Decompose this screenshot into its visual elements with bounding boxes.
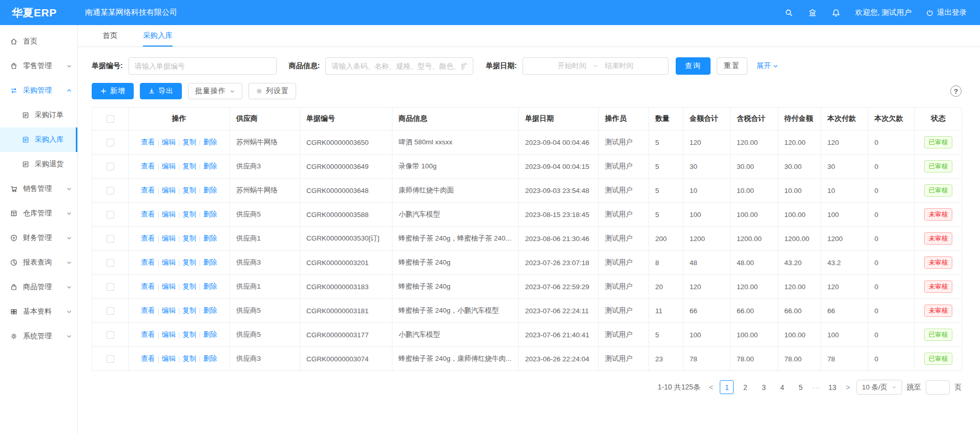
cell-amount-total: 1200	[683, 227, 731, 251]
sidebar-item-system[interactable]: 系统管理	[0, 324, 77, 349]
row-action-copy[interactable]: 复制	[182, 258, 196, 266]
page-button-5[interactable]: 5	[794, 380, 807, 394]
sidebar-item-sales[interactable]: 销售管理	[0, 177, 77, 201]
prev-page-button[interactable]: <	[707, 383, 715, 392]
sidebar-item-basic[interactable]: 基本资料	[0, 299, 77, 324]
bill-date-label: 单据日期:	[486, 61, 517, 71]
row-checkbox[interactable]	[107, 307, 114, 315]
export-button[interactable]: 导出	[140, 83, 182, 99]
bill-no-input[interactable]	[129, 57, 277, 75]
row-action-delete[interactable]: 删除	[203, 331, 217, 338]
row-checkbox[interactable]	[107, 235, 114, 243]
row-action-delete[interactable]: 删除	[203, 307, 217, 314]
row-checkbox[interactable]	[107, 283, 114, 291]
row-action-view[interactable]: 查看	[141, 162, 155, 170]
tab-home[interactable]: 首页	[102, 25, 117, 47]
row-action-delete[interactable]: 删除	[203, 283, 217, 290]
search-button[interactable]: 查询	[676, 57, 711, 75]
row-action-delete[interactable]: 删除	[203, 162, 217, 170]
help-icon[interactable]: ?	[950, 85, 962, 97]
row-action-delete[interactable]: 删除	[203, 234, 217, 242]
row-action-view[interactable]: 查看	[141, 331, 155, 338]
add-button[interactable]: 新增	[92, 83, 134, 99]
page-size-select[interactable]: 10 条/页	[857, 380, 902, 395]
row-action-copy[interactable]: 复制	[182, 331, 196, 338]
row-action-delete[interactable]: 删除	[203, 355, 217, 362]
row-action-view[interactable]: 查看	[141, 234, 155, 242]
sidebar-item-goods[interactable]: 商品管理	[0, 275, 77, 299]
row-checkbox[interactable]	[107, 211, 114, 219]
notification-bell-icon[interactable]	[831, 8, 841, 17]
row-action-edit[interactable]: 编辑	[162, 258, 176, 266]
row-action-view[interactable]: 查看	[141, 283, 155, 290]
sidebar-item-finance[interactable]: 财务管理	[0, 226, 77, 250]
row-action-view[interactable]: 查看	[141, 355, 155, 362]
row-action-copy[interactable]: 复制	[182, 234, 196, 242]
page-button-1[interactable]: 1	[720, 380, 734, 394]
row-action-edit[interactable]: 编辑	[162, 331, 176, 338]
row-action-edit[interactable]: 编辑	[162, 162, 176, 170]
row-action-view[interactable]: 查看	[141, 138, 155, 146]
row-checkbox[interactable]	[107, 331, 114, 339]
sidebar-item-purchase-in[interactable]: 采购入库	[0, 127, 77, 152]
sidebar-item-warehouse[interactable]: 仓库管理	[0, 201, 77, 226]
row-action-edit[interactable]: 编辑	[162, 234, 176, 242]
page-button-4[interactable]: 4	[775, 380, 789, 394]
table-row: 查看|编辑|复制|删除供应商3CGRK00000003649录像带 100g20…	[92, 155, 962, 179]
row-action-copy[interactable]: 复制	[182, 186, 196, 194]
batch-actions-button[interactable]: 批量操作	[188, 83, 242, 99]
row-action-view[interactable]: 查看	[141, 258, 155, 266]
page-button-2[interactable]: 2	[738, 380, 752, 394]
row-action-delete[interactable]: 删除	[203, 186, 217, 194]
cell-debt-now: 0	[868, 251, 915, 275]
platform-icon[interactable]	[808, 8, 817, 17]
sidebar-item-home[interactable]: 首页	[0, 29, 77, 54]
row-action-copy[interactable]: 复制	[182, 355, 196, 362]
row-checkbox[interactable]	[107, 355, 114, 363]
row-action-view[interactable]: 查看	[141, 186, 155, 194]
logout-button[interactable]: 退出登录	[926, 8, 967, 17]
row-action-copy[interactable]: 复制	[182, 283, 196, 290]
sidebar-item-retail[interactable]: 零售管理	[0, 54, 77, 78]
finance-icon	[10, 234, 18, 242]
sidebar-item-reports[interactable]: 报表查询	[0, 250, 77, 275]
sidebar-item-purchase-order[interactable]: 采购订单	[0, 103, 77, 127]
cell-product: 蜂蜜柚子茶 240g，小鹏汽车模型	[392, 299, 519, 323]
column-settings-button[interactable]: 列设置	[248, 83, 296, 99]
row-action-delete[interactable]: 删除	[203, 210, 217, 218]
row-action-delete[interactable]: 删除	[203, 138, 217, 146]
search-icon[interactable]	[784, 8, 794, 17]
row-checkbox[interactable]	[107, 163, 114, 170]
cell-tax-total: 10.00	[731, 179, 778, 203]
row-action-edit[interactable]: 编辑	[162, 283, 176, 290]
jump-page-input[interactable]	[926, 380, 950, 395]
row-action-edit[interactable]: 编辑	[162, 210, 176, 218]
row-action-delete[interactable]: 删除	[203, 258, 217, 266]
row-action-copy[interactable]: 复制	[182, 210, 196, 218]
page-button-3[interactable]: 3	[757, 380, 770, 394]
expand-filters-link[interactable]: 展开	[757, 61, 779, 71]
tab-purchase-in[interactable]: 采购入库	[143, 25, 173, 47]
page-button-13[interactable]: 13	[825, 380, 839, 394]
row-action-edit[interactable]: 编辑	[162, 186, 176, 194]
row-action-edit[interactable]: 编辑	[162, 138, 176, 146]
sidebar-item-purchase-return[interactable]: 采购退货	[0, 152, 77, 177]
row-action-copy[interactable]: 复制	[182, 138, 196, 146]
date-range-picker[interactable]: 开始时间 ~ 结束时间	[523, 57, 669, 75]
column-header: 单据日期	[519, 107, 599, 131]
product-info-input[interactable]	[325, 57, 473, 75]
filter-row: 单据编号: 商品信息: 单据日期: 开始时间 ~ 结束时间 查询 重置 展开	[92, 57, 962, 75]
row-action-view[interactable]: 查看	[141, 210, 155, 218]
row-action-view[interactable]: 查看	[141, 307, 155, 314]
row-action-edit[interactable]: 编辑	[162, 307, 176, 314]
next-page-button[interactable]: >	[844, 383, 852, 392]
row-action-copy[interactable]: 复制	[182, 307, 196, 314]
row-checkbox[interactable]	[107, 139, 114, 146]
row-action-edit[interactable]: 编辑	[162, 355, 176, 362]
sidebar-item-purchase[interactable]: 采购管理	[0, 78, 77, 103]
row-action-copy[interactable]: 复制	[182, 162, 196, 170]
row-checkbox[interactable]	[107, 187, 114, 194]
select-all-checkbox[interactable]	[107, 115, 114, 123]
row-checkbox[interactable]	[107, 259, 114, 267]
reset-button[interactable]: 重置	[717, 57, 747, 75]
